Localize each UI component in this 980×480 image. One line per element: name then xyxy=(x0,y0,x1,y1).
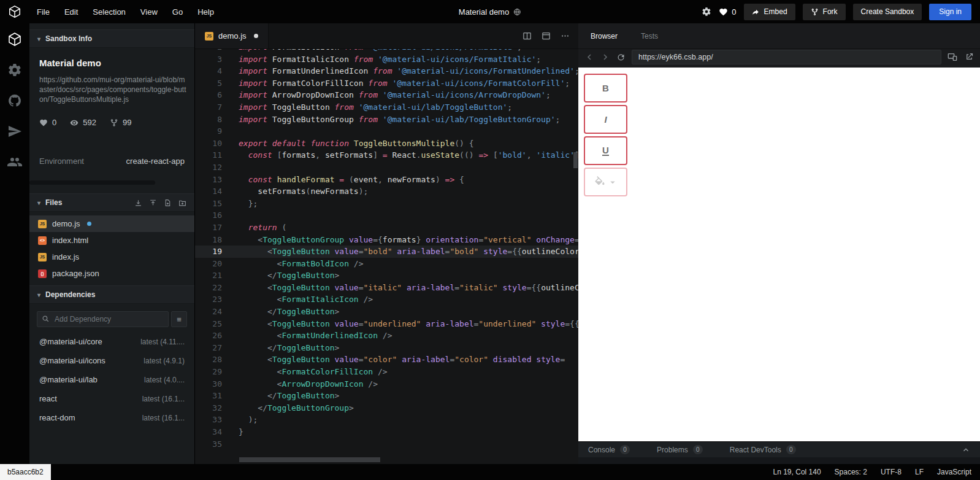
codesandbox-logo-icon[interactable] xyxy=(0,5,29,18)
code-line-11[interactable]: 11 const [formats, setFormats] = React.u… xyxy=(195,149,578,161)
back-icon[interactable] xyxy=(584,52,594,62)
code-line-29[interactable]: 29 <FormatColorFillIcon /> xyxy=(195,366,578,378)
menu-selection[interactable]: Selection xyxy=(85,4,132,20)
split-view-icon[interactable] xyxy=(523,31,532,41)
menu-file[interactable]: File xyxy=(29,4,57,20)
dependency-list-menu-button[interactable]: ≡ xyxy=(171,311,187,327)
more-options-icon[interactable] xyxy=(561,31,570,41)
file-index.js[interactable]: JSindex.js xyxy=(29,249,194,265)
code-line-26[interactable]: 26 <FormatUnderlinedIcon /> xyxy=(195,330,578,342)
file-demo.js[interactable]: JSdemo.js xyxy=(29,215,194,232)
code-line-4[interactable]: 4import FormatUnderlinedIcon from '@mate… xyxy=(195,65,578,77)
editor-horizontal-scrollbar[interactable] xyxy=(239,457,380,462)
indentation-setting[interactable]: Spaces: 2 xyxy=(835,468,867,476)
menu-help[interactable]: Help xyxy=(190,4,221,20)
browser-url-input[interactable] xyxy=(632,50,941,64)
open-preview-window-icon[interactable] xyxy=(542,31,551,41)
code-line-34[interactable]: 34} xyxy=(195,426,578,438)
code-line-12[interactable]: 12 xyxy=(195,161,578,174)
dependency-@material-ui/lab[interactable]: @material-ui/lablatest (4.0.... xyxy=(29,370,194,389)
code-line-31[interactable]: 31 </ToggleButton> xyxy=(195,390,578,402)
code-line-32[interactable]: 32 </ToggleButtonGroup> xyxy=(195,402,578,414)
code-line-10[interactable]: 10export default function ToggleButtonsM… xyxy=(195,137,578,150)
deployment-rail-icon[interactable] xyxy=(7,124,22,139)
sidebar-horizontal-scrollbar[interactable] xyxy=(29,180,155,185)
menu-go[interactable]: Go xyxy=(165,4,190,20)
live-collaboration-rail-icon[interactable] xyxy=(7,155,22,169)
code-line-16[interactable]: 16 xyxy=(195,209,578,222)
language-mode[interactable]: JavaScript xyxy=(937,468,971,476)
tab-browser[interactable]: Browser xyxy=(591,32,618,41)
open-in-new-window-icon[interactable] xyxy=(965,52,974,62)
code-line-17[interactable]: 17 return ( xyxy=(195,222,578,234)
like-button[interactable]: 0 xyxy=(719,7,736,17)
dependency-react[interactable]: reactlatest (16.1... xyxy=(29,389,194,408)
code-line-24[interactable]: 24 </ToggleButton> xyxy=(195,306,578,318)
code-line-33[interactable]: 33 ); xyxy=(195,414,578,426)
code-line-7[interactable]: 7import ToggleButton from '@material-ui/… xyxy=(195,101,578,114)
code-line-20[interactable]: 20 <FormatBoldIcon /> xyxy=(195,258,578,270)
create-sandbox-button[interactable]: Create Sandbox xyxy=(853,4,922,20)
toggle-button-format-color-fill[interactable] xyxy=(584,168,627,196)
toggle-button-format-italic[interactable]: I xyxy=(584,105,627,134)
dependencies-header[interactable]: ▾ Dependencies xyxy=(29,285,194,304)
sign-in-button[interactable]: Sign in xyxy=(929,4,971,20)
code-line-22[interactable]: 22 <ToggleButton value="italic" aria-lab… xyxy=(195,282,578,294)
code-line-9[interactable]: 9 xyxy=(195,125,578,137)
toggle-button-format-underlined[interactable]: U xyxy=(584,136,627,165)
code-line-30[interactable]: 30 <ArrowDropDownIcon /> xyxy=(195,378,578,390)
menu-edit[interactable]: Edit xyxy=(57,4,85,20)
sandbox-info-header[interactable]: ▾ Sandbox Info xyxy=(29,29,194,48)
code-line-25[interactable]: 25 <ToggleButton value="underlined" aria… xyxy=(195,318,578,330)
code-line-8[interactable]: 8import ToggleButtonGroup from '@materia… xyxy=(195,114,578,126)
tab-demo-js[interactable]: JS demo.js xyxy=(195,23,269,48)
embed-button[interactable]: Embed xyxy=(744,4,795,20)
upload-file-icon[interactable] xyxy=(149,199,157,207)
export-sandbox-icon[interactable] xyxy=(134,199,142,207)
code-line-35[interactable]: 35 xyxy=(195,438,578,451)
code-line-27[interactable]: 27 </ToggleButton> xyxy=(195,342,578,354)
code-line-21[interactable]: 21 </ToggleButton> xyxy=(195,269,578,282)
editor-vertical-scrollbar[interactable] xyxy=(573,152,578,168)
new-folder-icon[interactable] xyxy=(178,199,186,207)
files-header[interactable]: ▾ Files xyxy=(29,193,194,212)
refresh-icon[interactable] xyxy=(616,53,626,62)
new-file-icon[interactable] xyxy=(164,199,172,207)
console-tab-problems[interactable]: Problems0 xyxy=(657,445,703,454)
dependency-react-dom[interactable]: react-domlatest (16.1... xyxy=(29,408,194,427)
code-line-3[interactable]: 3import FormatItalicIcon from '@material… xyxy=(195,53,578,66)
commit-hash[interactable]: b5aacc6b2 xyxy=(0,464,51,480)
code-line-13[interactable]: 13 const handleFormat = (event, newForma… xyxy=(195,174,578,186)
dependency-@material-ui/core[interactable]: @material-ui/corelatest (4.11.... xyxy=(29,332,194,351)
code-editor[interactable]: 2import FormatBoldIcon from '@material-u… xyxy=(195,49,578,464)
frozen-globe-icon[interactable] xyxy=(513,8,521,16)
file-package.json[interactable]: {}package.json xyxy=(29,265,194,282)
preferences-gear-icon[interactable] xyxy=(702,7,711,17)
dependency-@material-ui/icons[interactable]: @material-ui/iconslatest (4.9.1) xyxy=(29,351,194,370)
code-line-28[interactable]: 28 <ToggleButton value="color" aria-labe… xyxy=(195,354,578,366)
github-rail-icon[interactable] xyxy=(7,93,22,108)
responsive-preview-icon[interactable] xyxy=(947,52,957,62)
forward-icon[interactable] xyxy=(600,52,610,62)
add-dependency-input[interactable] xyxy=(37,311,169,327)
environment-value[interactable]: create-react-app xyxy=(126,157,185,166)
eol-setting[interactable]: LF xyxy=(915,468,924,476)
code-line-19[interactable]: 19 <ToggleButton value="bold" aria-label… xyxy=(195,246,578,258)
tab-tests[interactable]: Tests xyxy=(641,32,658,41)
expand-console-chevron-icon[interactable] xyxy=(962,446,970,454)
code-line-6[interactable]: 6import ArrowDropDownIcon from '@materia… xyxy=(195,89,578,101)
code-line-15[interactable]: 15 }; xyxy=(195,198,578,210)
toggle-button-format-bold[interactable]: B xyxy=(584,74,627,103)
encoding-setting[interactable]: UTF-8 xyxy=(881,468,902,476)
sandbox-info-rail-icon[interactable] xyxy=(7,32,22,47)
code-line-18[interactable]: 18 <ToggleButtonGroup value={formats} or… xyxy=(195,234,578,246)
code-line-2[interactable]: 2import FormatBoldIcon from '@material-u… xyxy=(195,49,578,53)
console-tab-react-devtools[interactable]: React DevTools0 xyxy=(730,445,796,454)
configuration-gear-rail-icon[interactable] xyxy=(7,63,22,77)
file-index.html[interactable]: <>index.html xyxy=(29,232,194,249)
cursor-position[interactable]: Ln 19, Col 140 xyxy=(773,468,821,476)
menu-view[interactable]: View xyxy=(133,4,165,20)
code-line-14[interactable]: 14 setFormats(newFormats); xyxy=(195,185,578,198)
console-tab-console[interactable]: Console0 xyxy=(588,445,630,454)
fork-button[interactable]: Fork xyxy=(803,4,846,20)
